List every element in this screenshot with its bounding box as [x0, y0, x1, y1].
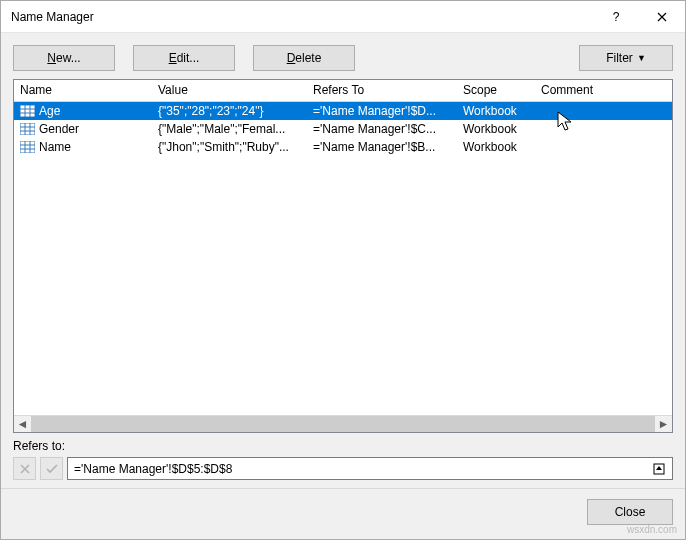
svg-rect-0 — [20, 105, 35, 117]
scroll-left-icon[interactable]: ◄ — [14, 416, 31, 433]
name-text: Gender — [39, 122, 79, 136]
refers-to-label: Refers to: — [13, 439, 673, 453]
table-row[interactable]: Age {"35";"28";"23";"24"} ='Name Manager… — [14, 102, 672, 120]
refers-to-input[interactable]: ='Name Manager'!$D$5:$D$8 — [67, 457, 673, 480]
refers-to-row: ='Name Manager'!$D$5:$D$8 — [13, 457, 673, 480]
table-row[interactable]: Gender {"Male";"Male";"Femal... ='Name M… — [14, 120, 672, 138]
dialog-footer: Close — [1, 488, 685, 539]
named-range-icon — [20, 123, 35, 135]
cancel-edit-button[interactable] — [13, 457, 36, 480]
cell-name: Gender — [14, 122, 152, 136]
header-comment[interactable]: Comment — [535, 80, 672, 101]
cell-scope: Workbook — [457, 104, 535, 118]
watermark: wsxdn.com — [627, 524, 677, 535]
delete-button[interactable]: Delete — [253, 45, 355, 71]
cell-value: {"Jhon";"Smith";"Ruby"... — [152, 140, 307, 154]
cell-scope: Workbook — [457, 140, 535, 154]
collapse-icon — [653, 463, 665, 475]
svg-rect-10 — [20, 141, 35, 153]
named-range-icon — [20, 105, 35, 117]
header-refers-to[interactable]: Refers To — [307, 80, 457, 101]
cell-value: {"35";"28";"23";"24"} — [152, 104, 307, 118]
refers-to-value: ='Name Manager'!$D$5:$D$8 — [74, 462, 651, 476]
collapse-dialog-button[interactable] — [651, 461, 666, 476]
header-value[interactable]: Value — [152, 80, 307, 101]
name-text: Age — [39, 104, 60, 118]
help-icon: ? — [613, 10, 620, 24]
cell-refers-to: ='Name Manager'!$D... — [307, 104, 457, 118]
named-range-icon — [20, 141, 35, 153]
toolbar: New... Edit... Delete Filter ▼ — [1, 33, 685, 79]
scroll-right-icon[interactable]: ► — [655, 416, 672, 433]
name-text: Name — [39, 140, 71, 154]
confirm-edit-button[interactable] — [40, 457, 63, 480]
header-name[interactable]: Name — [14, 80, 152, 101]
scroll-track[interactable] — [31, 416, 655, 433]
refers-to-section: Refers to: ='Name Manager'!$D$5:$D$8 — [1, 433, 685, 488]
column-headers: Name Value Refers To Scope Comment — [14, 80, 672, 102]
cell-refers-to: ='Name Manager'!$B... — [307, 140, 457, 154]
window-title: Name Manager — [11, 10, 593, 24]
svg-rect-5 — [20, 123, 35, 135]
titlebar: Name Manager ? — [1, 1, 685, 33]
close-window-button[interactable] — [639, 1, 685, 33]
cell-value: {"Male";"Male";"Femal... — [152, 122, 307, 136]
cell-scope: Workbook — [457, 122, 535, 136]
filter-button[interactable]: Filter ▼ — [579, 45, 673, 71]
names-list: Name Value Refers To Scope Comment Age {… — [13, 79, 673, 433]
cell-name: Age — [14, 104, 152, 118]
cell-refers-to: ='Name Manager'!$C... — [307, 122, 457, 136]
chevron-down-icon: ▼ — [637, 53, 646, 63]
scroll-thumb[interactable] — [31, 416, 655, 433]
table-row[interactable]: Name {"Jhon";"Smith";"Ruby"... ='Name Ma… — [14, 138, 672, 156]
close-button[interactable]: Close — [587, 499, 673, 525]
list-body: Age {"35";"28";"23";"24"} ='Name Manager… — [14, 102, 672, 415]
edit-button[interactable]: Edit... — [133, 45, 235, 71]
header-scope[interactable]: Scope — [457, 80, 535, 101]
horizontal-scrollbar[interactable]: ◄ ► — [14, 415, 672, 432]
help-button[interactable]: ? — [593, 1, 639, 33]
name-manager-dialog: Name Manager ? New... Edit... Delete Fil… — [0, 0, 686, 540]
cell-name: Name — [14, 140, 152, 154]
check-icon — [46, 464, 58, 474]
close-icon — [657, 12, 667, 22]
new-button[interactable]: New... — [13, 45, 115, 71]
x-icon — [20, 464, 30, 474]
